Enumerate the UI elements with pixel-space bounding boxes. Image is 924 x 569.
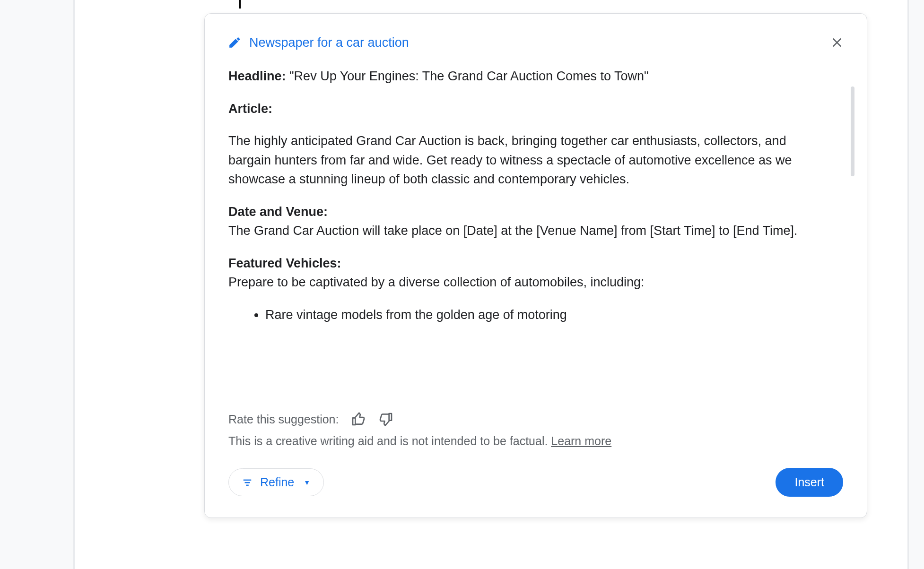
action-row: Refine ▼ Insert — [228, 468, 843, 497]
svg-rect-3 — [245, 482, 250, 483]
scrollbar-thumb[interactable] — [851, 86, 854, 176]
generated-content: Headline: "Rev Up Your Engines: The Gran… — [228, 67, 843, 388]
date-venue-text: The Grand Car Auction will take place on… — [228, 224, 798, 238]
content-scroll-area[interactable]: Headline: "Rev Up Your Engines: The Gran… — [228, 67, 843, 397]
card-header: Newspaper for a car auction — [228, 33, 843, 52]
date-venue-label: Date and Venue: — [228, 205, 328, 219]
thumbs-up-button[interactable] — [351, 412, 366, 427]
refine-button[interactable]: Refine ▼ — [228, 468, 324, 496]
thumbs-down-button[interactable] — [378, 412, 393, 427]
refine-label: Refine — [260, 475, 294, 489]
svg-rect-4 — [246, 484, 249, 485]
rate-label: Rate this suggestion: — [228, 413, 339, 426]
text-cursor — [239, 0, 241, 9]
rating-row: Rate this suggestion: — [228, 412, 843, 427]
document-page: Newspaper for a car auction Headline: "R… — [75, 0, 907, 569]
svg-rect-2 — [244, 479, 252, 480]
insert-button[interactable]: Insert — [776, 468, 843, 497]
learn-more-link[interactable]: Learn more — [551, 434, 611, 448]
sparkle-pencil-icon — [228, 36, 241, 49]
article-paragraph: The highly anticipated Grand Car Auction… — [228, 131, 824, 189]
chevron-down-icon: ▼ — [304, 479, 310, 486]
disclaimer: This is a creative writing aid and is no… — [228, 434, 843, 448]
headline-text: "Rev Up Your Engines: The Grand Car Auct… — [286, 69, 649, 83]
page-margin-right — [907, 0, 909, 569]
filter-icon — [242, 477, 253, 488]
featured-label: Featured Vehicles: — [228, 256, 341, 270]
headline-label: Headline: — [228, 69, 286, 83]
featured-item: Rare vintage models from the golden age … — [265, 305, 824, 325]
featured-intro: Prepare to be captivated by a diverse co… — [228, 275, 645, 289]
ai-suggestion-card: Newspaper for a car auction Headline: "R… — [204, 13, 867, 518]
card-title: Newspaper for a car auction — [249, 35, 815, 50]
card-footer: Rate this suggestion: This is a creative… — [228, 412, 843, 497]
article-label: Article: — [228, 102, 272, 116]
disclaimer-text: This is a creative writing aid and is no… — [228, 434, 551, 448]
close-button[interactable] — [827, 33, 847, 52]
